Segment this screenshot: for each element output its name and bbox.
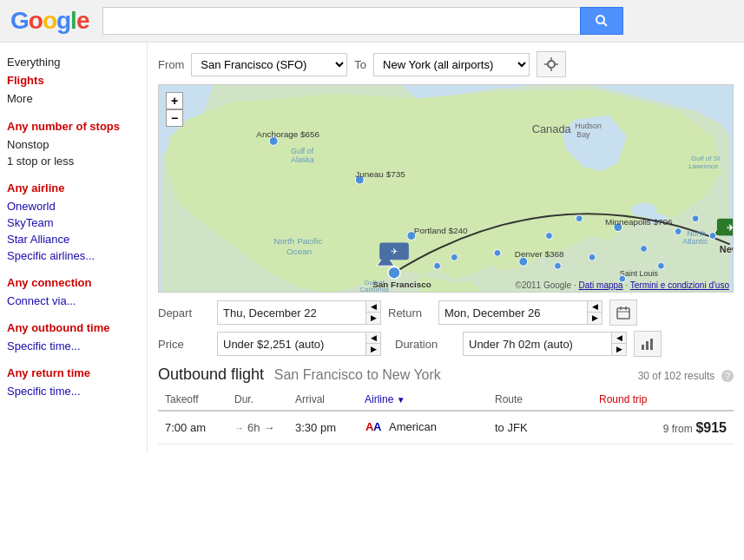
duration-select-box: Under 7h 02m (auto) ◀ ▶	[463, 332, 627, 356]
svg-point-56	[434, 262, 441, 269]
depart-label: Depart	[158, 306, 210, 320]
svg-rect-62	[642, 345, 644, 350]
svg-point-47	[675, 228, 681, 235]
svg-point-48	[692, 215, 699, 222]
svg-text:✈: ✈	[727, 223, 733, 233]
airline-oneworld[interactable]: Oneworld	[7, 198, 140, 214]
svg-point-51	[589, 254, 596, 260]
svg-text:Gulf of St: Gulf of St	[691, 155, 721, 162]
svg-point-2	[548, 61, 555, 68]
price-chart-button[interactable]	[634, 331, 662, 357]
svg-point-49	[657, 262, 664, 269]
svg-text:Anchorage $656: Anchorage $656	[256, 129, 319, 139]
duration-arrow-right: →	[263, 421, 274, 434]
depart-value: Thu, December 22	[218, 303, 365, 323]
svg-text:Portland $240: Portland $240	[414, 226, 468, 235]
flights-table: Takeoff Dur. Arrival Airline ▼ Route Rou…	[158, 389, 734, 445]
svg-text:California: California	[359, 286, 389, 292]
table-row[interactable]: 7:00 am → 6h → 3:30 pm A	[158, 411, 734, 445]
airline-star-alliance[interactable]: Star Alliance	[7, 231, 140, 247]
sidebar-item-flights[interactable]: Flights	[7, 71, 140, 89]
outbound-title: Outbound flight	[158, 366, 264, 383]
from-select[interactable]: San Francisco (SFO)	[191, 53, 347, 76]
svg-rect-63	[646, 341, 649, 350]
svg-point-54	[494, 249, 501, 256]
depart-arrows: ◀ ▶	[365, 301, 380, 324]
col-header-airline[interactable]: Airline ▼	[358, 389, 488, 411]
return-arrows: ◀ ▶	[587, 301, 602, 324]
price-value: Under $2,251 (auto)	[218, 334, 365, 354]
duration-next-button[interactable]: ▶	[612, 344, 626, 355]
map-container: + −	[158, 84, 734, 293]
airline-specific[interactable]: Specific airlines...	[7, 247, 140, 264]
connect-via[interactable]: Connect via...	[7, 293, 140, 309]
outbound-time-title: Any outbound time	[7, 321, 140, 334]
search-input[interactable]	[102, 7, 580, 35]
svg-text:Alaska: Alaska	[291, 155, 314, 164]
zoom-in-button[interactable]: +	[166, 92, 183, 109]
outbound-specific-time[interactable]: Specific time...	[7, 338, 140, 354]
airline-filter-title: Any airline	[7, 181, 140, 194]
map-copyright: ©2011 Google · Dati mappa · Termini e co…	[516, 280, 729, 290]
price-next-button[interactable]: ▶	[366, 344, 380, 355]
chart-icon	[641, 337, 655, 351]
depart-select-box: Thu, December 22 ◀ ▶	[217, 300, 381, 325]
svg-rect-58	[617, 308, 629, 319]
sidebar-item-more[interactable]: More	[7, 89, 140, 108]
help-icon[interactable]: ?	[721, 370, 734, 382]
svg-text:Denver $368: Denver $368	[515, 249, 564, 259]
sidebar: Everything Flights More Any number of st…	[0, 43, 148, 453]
from-label: From	[158, 58, 184, 71]
duration-arrows: ◀ ▶	[611, 333, 626, 355]
to-select[interactable]: New York (all airports)	[373, 53, 530, 76]
svg-text:Juneau $735: Juneau $735	[355, 169, 405, 179]
svg-point-57	[709, 233, 716, 240]
svg-line-1	[603, 23, 607, 26]
dati-mappa-link[interactable]: Dati mappa	[579, 280, 623, 290]
svg-text:Hudson: Hudson	[575, 122, 602, 130]
flight-arrival: 3:30 pm	[288, 411, 358, 445]
col-header-takeoff: Takeoff	[158, 389, 227, 411]
svg-text:Minneapolis $706: Minneapolis $706	[605, 217, 673, 227]
col-header-duration: Dur.	[227, 389, 288, 411]
sidebar-item-everything[interactable]: Everything	[7, 53, 140, 71]
return-next-button[interactable]: ▶	[588, 313, 602, 324]
price-duration-row: Price Under $2,251 (auto) ◀ ▶ Duration U…	[158, 331, 734, 357]
col-header-arrival: Arrival	[288, 389, 358, 411]
stops-nonstop[interactable]: Nonstop	[7, 136, 140, 153]
svg-text:A: A	[373, 420, 382, 433]
search-button[interactable]	[580, 7, 623, 35]
depart-prev-button[interactable]: ◀	[366, 301, 380, 313]
airline-skyteam[interactable]: SkyTeam	[7, 214, 140, 231]
col-header-roundtrip[interactable]: Round trip	[592, 389, 734, 411]
depart-next-button[interactable]: ▶	[366, 313, 380, 324]
duration-prev-button[interactable]: ◀	[612, 333, 626, 344]
location-button[interactable]	[537, 51, 566, 77]
flight-price: 9 from $915	[592, 411, 734, 445]
svg-point-52	[554, 262, 561, 269]
flight-duration: → 6h →	[227, 411, 288, 445]
return-prev-button[interactable]: ◀	[588, 301, 602, 313]
termini-link[interactable]: Termini e condizioni d'uso	[630, 280, 729, 290]
header: Google	[0, 0, 744, 43]
svg-text:Saint Louis: Saint Louis	[620, 269, 659, 278]
price-prev-button[interactable]: ◀	[366, 333, 380, 344]
svg-text:Lawrence: Lawrence	[688, 162, 719, 170]
price-arrows: ◀ ▶	[365, 333, 380, 355]
svg-text:Canada: Canada	[532, 122, 572, 135]
results-count: 30 of 102 results	[638, 370, 715, 382]
location-icon	[544, 57, 558, 71]
return-value: Mon, December 26	[439, 303, 587, 323]
american-airlines-icon: A A	[365, 418, 384, 434]
svg-text:Atlantic: Atlantic	[682, 237, 708, 246]
calendar-button[interactable]	[609, 300, 637, 326]
stops-filter-title: Any number of stops	[7, 120, 140, 133]
stops-1-or-less[interactable]: 1 stop or less	[7, 153, 140, 169]
svg-text:North Pacific: North Pacific	[273, 236, 322, 246]
return-select-box: Mon, December 26 ◀ ▶	[438, 300, 602, 325]
connection-filter-title: Any connection	[7, 276, 140, 289]
flight-airline: A A American	[358, 411, 488, 445]
table-header-row: Takeoff Dur. Arrival Airline ▼ Route Rou…	[158, 389, 734, 411]
return-specific-time[interactable]: Specific time...	[7, 383, 140, 399]
zoom-out-button[interactable]: −	[166, 109, 183, 127]
